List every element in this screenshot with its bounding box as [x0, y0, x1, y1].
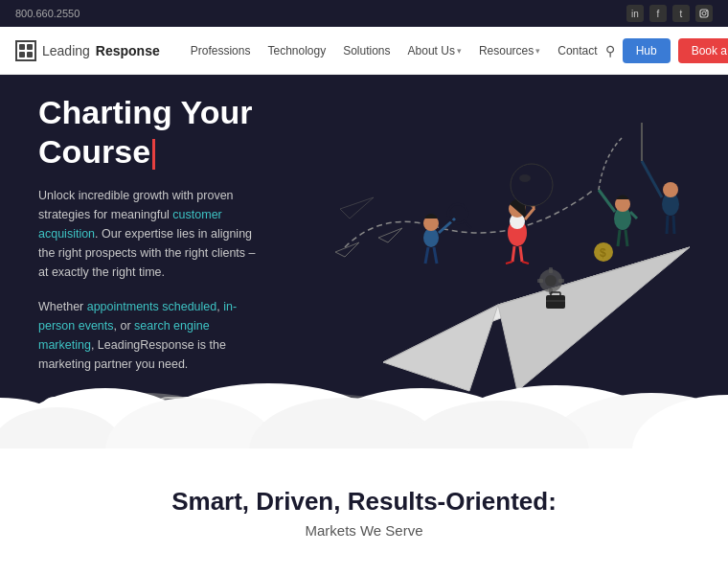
svg-line-16 [434, 247, 437, 264]
hub-button[interactable]: Hub [623, 38, 671, 63]
svg-line-38 [630, 212, 637, 218]
svg-line-40 [626, 230, 627, 246]
link-customer-acquisition[interactable]: customer acquisition [38, 208, 222, 241]
clouds-svg [0, 369, 728, 448]
svg-rect-31 [558, 279, 564, 283]
svg-marker-9 [378, 228, 402, 242]
navbar: LeadingResponse Professions Technology S… [0, 27, 728, 75]
bottom-section: Smart, Driven, Results-Oriented: Markets… [0, 448, 728, 558]
svg-line-25 [506, 262, 512, 264]
instagram-icon[interactable] [695, 5, 713, 22]
svg-rect-30 [537, 279, 543, 283]
svg-line-14 [465, 221, 471, 228]
logo[interactable]: LeadingResponse [15, 40, 160, 61]
search-icon[interactable]: ⚲ [605, 43, 615, 58]
hero-body-2: Whether appointments scheduled, in-perso… [38, 297, 268, 374]
svg-point-2 [706, 11, 707, 12]
svg-rect-28 [549, 267, 553, 273]
svg-point-13 [448, 204, 467, 223]
nav-resources[interactable]: Resources ▾ [471, 40, 548, 61]
svg-point-1 [702, 12, 706, 15]
nav-links: Professions Technology Solutions About U… [183, 40, 605, 61]
bottom-title: Smart, Driven, Results-Oriented: [19, 487, 709, 517]
top-bar: 800.660.2550 in f t [0, 0, 728, 27]
social-links: in f t [626, 5, 713, 22]
hero-title: Charting Your Course [38, 93, 268, 172]
nav-about[interactable]: About Us ▾ [400, 40, 469, 61]
svg-text:$: $ [600, 246, 606, 260]
hero-body-1: Unlock incredible growth with proven str… [38, 186, 268, 282]
nav-actions: ⚲ Hub Book a Meeting [605, 38, 728, 63]
logo-text-leading: Leading [42, 43, 90, 58]
cloud-decoration [0, 369, 728, 448]
logo-icon [15, 40, 36, 61]
svg-line-37 [599, 190, 615, 212]
cursor [152, 139, 155, 170]
svg-line-24 [522, 262, 529, 264]
book-meeting-button[interactable]: Book a Meeting [678, 38, 728, 63]
chevron-down-icon: ▾ [457, 46, 462, 56]
svg-point-27 [545, 275, 557, 287]
svg-line-15 [425, 247, 428, 264]
svg-line-39 [618, 230, 620, 246]
link-appointments[interactable]: appointments scheduled [87, 300, 217, 313]
svg-marker-51 [340, 197, 374, 218]
nav-professions[interactable]: Professions [183, 40, 259, 61]
logo-text-response: Response [96, 43, 160, 58]
twitter-icon[interactable]: t [672, 5, 690, 22]
svg-line-45 [667, 216, 668, 234]
svg-line-20 [525, 208, 535, 219]
nav-contact[interactable]: Contact [550, 40, 604, 61]
svg-point-42 [663, 182, 678, 197]
phone-number: 800.660.2550 [15, 8, 80, 19]
hero-section: Charting Your Course Unlock incredible g… [0, 75, 728, 448]
nav-solutions[interactable]: Solutions [335, 40, 398, 61]
linkedin-icon[interactable]: in [626, 5, 644, 22]
chevron-down-icon: ▾ [535, 46, 540, 56]
svg-line-46 [673, 216, 674, 234]
svg-point-47 [511, 164, 553, 206]
svg-line-22 [512, 246, 514, 262]
bottom-subtitle: Markets We Serve [19, 522, 709, 539]
facebook-icon[interactable]: f [649, 5, 667, 22]
svg-line-43 [642, 161, 662, 197]
svg-point-48 [519, 174, 531, 182]
svg-line-23 [520, 246, 522, 262]
nav-technology[interactable]: Technology [260, 40, 333, 61]
